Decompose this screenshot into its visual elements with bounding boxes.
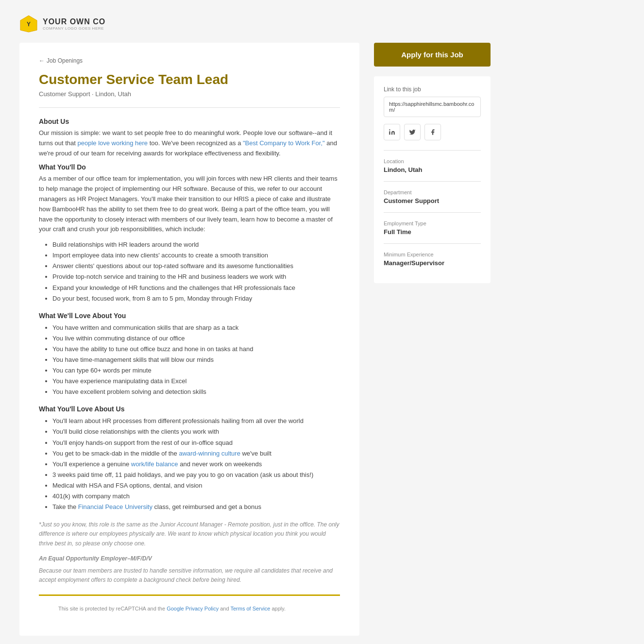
sidebar-divider-3 — [384, 212, 481, 213]
youllloveus-list: You'll learn about HR processes from dif… — [39, 416, 340, 512]
list-item: You have excellent problem solving and d… — [52, 387, 340, 397]
apply-button[interactable]: Apply for this Job — [374, 43, 491, 67]
weloveyou-list: You have written and communication skill… — [39, 322, 340, 398]
employment-type-label: Employment Type — [384, 220, 481, 226]
about-p2: too. We've been recognized as a — [148, 139, 243, 147]
list-item: Do your best, focused work, from 8 am to… — [52, 293, 340, 304]
logo-text: YOUR OWN CO COMPANY LOGO GOES HERE — [43, 17, 105, 31]
logo-name: YOUR OWN CO — [43, 17, 105, 26]
location-label: Location — [384, 158, 481, 164]
about-text: Our mission is simple: we want to set pe… — [39, 128, 340, 158]
list-item: You live within commuting distance of ou… — [52, 333, 340, 344]
facebook-button[interactable] — [424, 124, 441, 140]
list-item: You'll build close relationships with th… — [52, 426, 340, 437]
terms-link[interactable]: Terms of Service — [230, 606, 270, 611]
about-heading: About Us — [39, 118, 340, 125]
svg-point-3 — [389, 129, 390, 130]
min-experience-label: Minimum Experience — [384, 252, 481, 257]
list-item: Expand your knowledge of HR functions an… — [52, 283, 340, 293]
list-item: You have time-management skills that wil… — [52, 355, 340, 365]
logo: Y YOUR OWN CO COMPANY LOGO GOES HERE — [19, 15, 105, 33]
footer-text-after: apply. — [270, 606, 286, 611]
list-item: Build relationships with HR leaders arou… — [52, 239, 340, 250]
list-item: You get to be smack-dab in the middle of… — [52, 448, 340, 459]
breadcrumb[interactable]: ← Job Openings — [39, 57, 340, 64]
list-item: You'll learn about HR processes from dif… — [52, 416, 340, 426]
list-item: Import employee data into new clients' a… — [52, 250, 340, 261]
list-item: You have written and communication skill… — [52, 322, 340, 333]
twitter-icon — [409, 129, 416, 136]
job-subtitle: Customer Support · Lindon, Utah — [39, 90, 340, 98]
footer-text-before: This site is protected by reCAPTCHA and … — [58, 606, 167, 611]
best-company-link[interactable]: "Best Company to Work For," — [243, 139, 325, 147]
department-label: Department — [384, 189, 481, 195]
content-area: ← Job Openings Customer Service Team Lea… — [10, 43, 634, 636]
people-love-link[interactable]: people love working here — [78, 139, 148, 147]
location-value: Lindon, Utah — [384, 166, 481, 173]
facebook-icon — [429, 129, 436, 136]
footer-text-middle: and — [219, 606, 230, 611]
list-item: You have the ability to tune out office … — [52, 344, 340, 355]
linkedin-button[interactable] — [384, 124, 400, 140]
list-item: You have experience manipulating data in… — [52, 376, 340, 387]
footer: This site is protected by reCAPTCHA and … — [39, 594, 340, 621]
whatyoulldo-list: Build relationships with HR leaders arou… — [39, 239, 340, 304]
whatyoulldo-intro: As a member of our office team for imple… — [39, 174, 340, 235]
list-item: 401(k) with company match — [52, 491, 340, 502]
list-item: You can type 60+ words per minute — [52, 365, 340, 376]
employment-type-value: Full Time — [384, 228, 481, 236]
list-item: 3 weeks paid time off, 11 paid holidays,… — [52, 470, 340, 480]
eoe-text: Because our team members are trusted to … — [39, 566, 340, 585]
link-to-job-label: Link to this job — [384, 86, 481, 93]
list-item: Provide top-notch service and training t… — [52, 271, 340, 282]
list-item: Medical with HSA and FSA options, dental… — [52, 480, 340, 491]
eoe-heading: An Equal Opportunity Employer–M/F/D/V — [39, 554, 340, 563]
min-experience-value: Manager/Supervisor — [384, 259, 481, 267]
breadcrumb-label[interactable]: Job Openings — [47, 57, 83, 64]
job-url-box: https://sapphirehillsmc.bamboohr.com/ — [384, 97, 481, 117]
list-item: Take the Financial Peace University clas… — [52, 502, 340, 512]
award-winning-link[interactable]: award-winning culture — [179, 450, 240, 457]
note-italic: *Just so you know, this role is the same… — [39, 520, 340, 548]
youllloveus-heading: What You'll Love About Us — [39, 405, 340, 413]
breadcrumb-arrow: ← — [39, 57, 45, 64]
twitter-button[interactable] — [404, 124, 421, 140]
header: Y YOUR OWN CO COMPANY LOGO GOES HERE — [10, 10, 634, 43]
logo-tagline: COMPANY LOGO GOES HERE — [43, 26, 105, 31]
linkedin-icon — [389, 129, 395, 136]
main-content: ← Job Openings Customer Service Team Lea… — [19, 43, 359, 636]
social-buttons — [384, 124, 481, 140]
list-item: You'll experience a genuine work/life ba… — [52, 459, 340, 470]
section-divider — [39, 107, 340, 108]
sidebar-card: Link to this job https://sapphirehillsmc… — [374, 76, 491, 283]
weloveyou-heading: What We'll Love About You — [39, 312, 340, 320]
fpu-link[interactable]: Financial Peace University — [78, 503, 153, 510]
job-title: Customer Service Team Lead — [39, 72, 340, 87]
whatyoulldo-heading: What You'll Do — [39, 163, 340, 171]
svg-text:Y: Y — [27, 21, 31, 28]
sidebar: Apply for this Job Link to this job http… — [374, 43, 491, 636]
logo-icon: Y — [19, 15, 38, 33]
list-item: You'll enjoy hands-on support from the r… — [52, 438, 340, 448]
sidebar-divider-4 — [384, 243, 481, 244]
sidebar-divider-1 — [384, 150, 481, 151]
work-life-link[interactable]: work/life balance — [131, 460, 178, 468]
list-item: Answer clients' questions about our top-… — [52, 261, 340, 271]
department-value: Customer Support — [384, 197, 481, 204]
privacy-policy-link[interactable]: Google Privacy Policy — [167, 606, 219, 611]
sidebar-divider-2 — [384, 181, 481, 182]
